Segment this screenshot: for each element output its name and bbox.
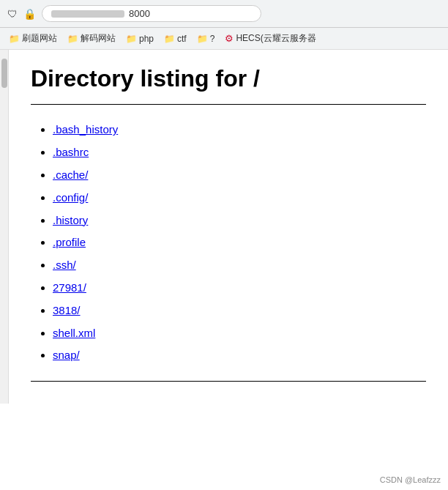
file-link[interactable]: .cache/ bbox=[53, 168, 88, 181]
url-blurred bbox=[51, 10, 124, 18]
scrollbar-thumb[interactable] bbox=[1, 59, 7, 88]
bookmark-label-shuati: 刷题网站 bbox=[22, 32, 57, 45]
address-bar[interactable]: 8000 bbox=[42, 5, 261, 22]
watermark-text: CSDN @Leafzzz bbox=[380, 475, 441, 484]
file-list: .bash_history.bashrc.cache/.config/.hist… bbox=[31, 119, 426, 366]
bookmark-ctf[interactable]: 📁 ctf bbox=[161, 32, 190, 45]
bookmark-php[interactable]: 📁 php bbox=[123, 32, 157, 45]
list-item: .cache/ bbox=[53, 165, 426, 186]
list-item: shell.xml bbox=[53, 323, 426, 344]
file-link[interactable]: 3818/ bbox=[53, 304, 81, 316]
huawei-icon: ⚙ bbox=[225, 33, 234, 44]
file-link[interactable]: .bashrc bbox=[53, 146, 89, 158]
folder-icon-ctf: 📁 bbox=[164, 34, 175, 44]
bookmark-label-jiedma: 解码网站 bbox=[81, 32, 116, 45]
bookmarks-bar: 📁 刷题网站 📁 解码网站 📁 php 📁 ctf 📁 ? ⚙ HECS(云耀云… bbox=[0, 28, 448, 50]
bookmark-question[interactable]: 📁 ? bbox=[194, 32, 218, 45]
bookmark-label-ctf: ctf bbox=[177, 34, 187, 44]
lock-icon: 🔒 bbox=[23, 8, 36, 20]
bookmark-label-question: ? bbox=[210, 34, 215, 44]
list-item: .bash_history bbox=[53, 119, 426, 141]
file-link[interactable]: .profile bbox=[53, 236, 86, 248]
file-link[interactable]: .history bbox=[53, 214, 88, 226]
list-item: .history bbox=[53, 210, 426, 231]
footer-watermark: CSDN @Leafzzz bbox=[380, 475, 441, 484]
folder-icon-php: 📁 bbox=[126, 34, 137, 44]
bookmark-shuati[interactable]: 📁 刷题网站 bbox=[6, 31, 60, 46]
page-wrapper: Directory listing for / .bash_history.ba… bbox=[0, 50, 448, 404]
file-link[interactable]: snap/ bbox=[53, 349, 80, 361]
bookmark-label-huawei: HECS(云耀云服务器 bbox=[236, 32, 316, 45]
list-item: .config/ bbox=[53, 188, 426, 209]
shield-icon: 🛡 bbox=[7, 8, 18, 20]
top-divider bbox=[31, 104, 426, 105]
browser-chrome: 🛡 🔒 8000 bbox=[0, 0, 448, 28]
file-link[interactable]: shell.xml bbox=[53, 327, 95, 339]
scrollbar-track[interactable] bbox=[0, 50, 9, 404]
folder-icon-question: 📁 bbox=[197, 34, 208, 44]
bookmark-jiedma[interactable]: 📁 解码网站 bbox=[64, 31, 119, 46]
page-title: Directory listing for / bbox=[31, 64, 426, 92]
list-item: snap/ bbox=[53, 345, 426, 366]
folder-icon-shuati: 📁 bbox=[9, 34, 20, 44]
main-content: Directory listing for / .bash_history.ba… bbox=[9, 50, 448, 404]
list-item: 27981/ bbox=[53, 278, 426, 299]
bookmark-huawei[interactable]: ⚙ HECS(云耀云服务器 bbox=[222, 31, 318, 46]
list-item: .ssh/ bbox=[53, 255, 426, 276]
list-item: .profile bbox=[53, 232, 426, 253]
file-link[interactable]: 27981/ bbox=[53, 281, 86, 294]
file-link[interactable]: .config/ bbox=[53, 191, 88, 204]
bottom-divider bbox=[31, 381, 426, 382]
file-link[interactable]: .ssh/ bbox=[53, 259, 76, 271]
folder-icon-jiedma: 📁 bbox=[67, 34, 78, 44]
port-number: 8000 bbox=[129, 8, 150, 19]
list-item: .bashrc bbox=[53, 142, 426, 163]
bookmark-label-php: php bbox=[139, 34, 154, 44]
file-link[interactable]: .bash_history bbox=[53, 123, 118, 136]
list-item: 3818/ bbox=[53, 300, 426, 322]
